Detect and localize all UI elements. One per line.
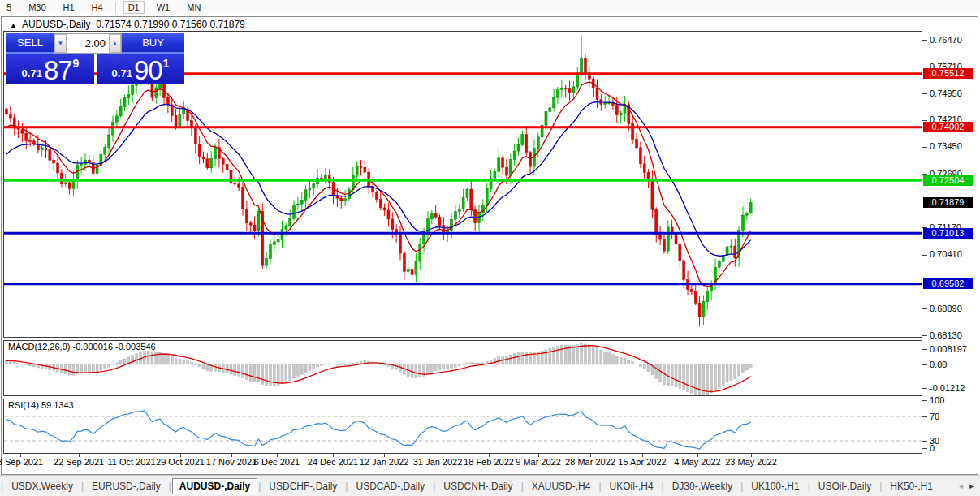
price-level-badge: 0.72504 [923,175,973,186]
date-label: 12 Jan 2022 [360,457,409,467]
rsi-axis-tick [922,400,927,401]
tab-scroll-right-icon[interactable]: ▸ [969,481,974,490]
price-axis-tick [922,120,927,121]
price-axis-tick [922,308,927,309]
chart-title: ▲AUDUSD-,Daily 0.71574 0.71990 0.71560 0… [10,19,245,30]
price-level-badge: 0.71879 [923,197,973,208]
volume-stepper: ▼ ▲ [54,33,122,54]
timeframe-button-mn[interactable]: MN [182,1,205,14]
rsi-axis-tick [922,441,927,442]
chart-symbol-period: AUDUSD-,Daily [22,19,91,30]
tab-scroll-left-icon[interactable]: ◂ [959,481,963,490]
macd-tick-label: 0.00 [930,360,947,369]
collapse-panel-icon[interactable]: ▲ [10,21,17,29]
volume-increase-icon[interactable]: ▲ [109,34,121,53]
price-tick-label: 0.76470 [930,35,962,45]
rsi-axis-tick [922,416,927,417]
ask-price-main: 90 [134,58,162,83]
tab-uk100-h1[interactable]: UK100-,H1 [744,478,806,494]
tab-usdcnh-daily[interactable]: USDCNH-,Daily [436,478,520,494]
ask-price-display[interactable]: 0.71 90 1 [97,54,184,84]
macd-label: MACD(12,26,9) -0.000016 -0.003546 [8,342,156,352]
timeframe-toolbar: 5M30H1H4D1W1MN [0,0,980,15]
volume-decrease-icon[interactable]: ▼ [54,34,67,53]
price-tick-label: 0.68890 [930,304,962,313]
price-level-badge: 0.69582 [923,278,973,289]
date-label: 3 Sep 2021 [0,457,43,467]
rsi-tick-label: 70 [930,412,939,421]
timeframe-button-h1[interactable]: H1 [58,1,80,14]
date-label: 17 Nov 2021 [206,457,257,467]
timeframe-button-h4[interactable]: H4 [87,1,108,14]
tab-ukoil-h4[interactable]: UKOil-,H4 [602,478,661,494]
date-label: 6 Dec 2021 [254,457,300,467]
one-click-trade-panel: SELL ▼ ▲ BUY 0.71 87 9 0.71 90 1 [6,33,184,84]
tab-eurusd-daily[interactable]: EURUSD-,Daily [84,478,168,494]
timeframe-button-d1[interactable]: D1 [123,1,145,14]
macd-axis-tick [922,364,927,365]
price-tick-label: 0.74950 [930,88,962,98]
bid-price-display[interactable]: 0.71 87 9 [6,54,94,84]
volume-input[interactable] [67,34,109,53]
tab-dj30-weekly[interactable]: DJ30-,Weekly [665,478,740,494]
price-level-badge: 0.74002 [923,122,973,132]
date-label: 22 Sep 2021 [54,457,104,467]
macd-tick-label: -0.01212 [930,383,965,393]
price-axis-tick [922,40,927,41]
price-level-badge: 0.75512 [923,68,973,79]
ask-price-prefix: 0.71 [112,67,132,80]
date-label: 24 Dec 2021 [308,457,358,467]
macd-axis-tick [922,349,927,350]
tab-usdcad-daily[interactable]: USDCAD-,Daily [348,478,432,494]
date-label: 29 Oct 2021 [156,457,205,467]
tab-hk50-h1[interactable]: HK50-,H1 [883,478,940,494]
tab-usoil-daily[interactable]: USOil-,Daily [811,478,879,494]
date-label: 15 Apr 2022 [618,457,666,467]
rsi-axis-tick [922,448,927,449]
timeframe-button-m30[interactable]: M30 [24,1,50,14]
price-axis-tick [922,93,927,94]
bid-price-pipette: 9 [73,57,80,70]
rsi-label: RSI(14) 59.1343 [8,400,74,410]
price-tick-label: 0.68130 [930,330,962,340]
price-tick-label: 0.70410 [930,249,962,259]
date-label: 31 Jan 2022 [413,457,463,467]
price-axis-tick [922,255,927,256]
date-label: 4 May 2022 [674,457,720,467]
price-axis-tick [922,147,927,148]
buy-button[interactable]: BUY [122,33,184,54]
date-label: 9 Mar 2022 [516,457,561,467]
price-axis-tick [922,335,927,336]
tab-usdx-weekly[interactable]: USDX,Weekly [4,478,80,494]
date-label: 23 May 2022 [725,457,777,467]
rsi-indicator [4,399,922,453]
sell-button[interactable]: SELL [6,33,54,54]
timeframe-button-5[interactable]: 5 [2,1,16,14]
rsi-pane[interactable] [3,399,922,454]
price-axis-tick [922,67,927,67]
tab-xauusd-h4[interactable]: XAUUSD-,H4 [525,478,598,494]
price-tick-label: 0.73450 [930,141,962,151]
date-label: 11 Oct 2021 [107,457,155,467]
toolbar-separator [115,2,116,13]
date-label: 28 Mar 2022 [565,457,615,467]
rsi-tick-label: 100 [930,395,944,405]
price-level-badge: 0.71013 [923,228,973,239]
timeframe-button-w1[interactable]: W1 [152,1,175,14]
rsi-tick-label: 0 [930,443,935,453]
macd-axis-tick [922,388,927,389]
symbol-tab-bar: |USDX,Weekly|EURUSD-,Daily|AUDUSD-,Daily… [0,475,980,496]
bid-price-prefix: 0.71 [22,67,42,80]
tab-audusd-daily[interactable]: AUDUSD-,Daily [172,478,257,494]
ask-price-pipette: 1 [163,57,170,70]
macd-tick-label: 0.008197 [930,344,967,354]
bid-price-main: 87 [44,58,72,83]
date-label: 18 Feb 2022 [464,457,514,467]
chart-ohlc-values: 0.71574 0.71990 0.71560 0.71879 [96,19,245,30]
tab-usdchf-daily[interactable]: USDCHF-,Daily [261,478,344,494]
tab-scroll-buttons: ◂▸ [959,481,980,490]
